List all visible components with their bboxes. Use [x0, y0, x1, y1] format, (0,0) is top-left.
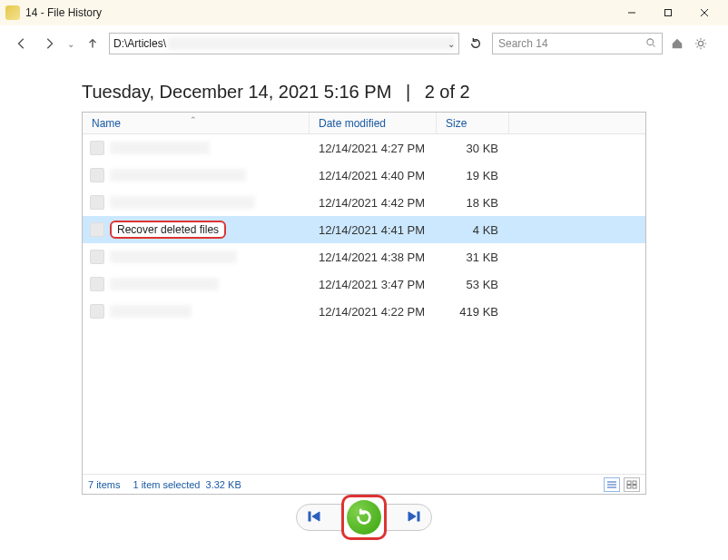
table-row[interactable]: 12/14/2021 4:42 PM18 KB: [83, 189, 645, 216]
sort-indicator-icon: ⌃: [190, 115, 197, 124]
column-date-label: Date modified: [319, 117, 386, 130]
file-size: 31 KB: [437, 251, 509, 264]
next-version-button[interactable]: [406, 509, 420, 526]
navigation-pill: [296, 504, 432, 531]
column-name[interactable]: Name ⌃: [83, 113, 310, 133]
status-selection: 1 item selected 3.32 KB: [133, 479, 241, 490]
file-size: 30 KB: [437, 142, 509, 155]
search-placeholder: Search 14: [498, 37, 548, 50]
column-name-label: Name: [92, 117, 121, 130]
file-name-blurred: [110, 169, 246, 182]
file-name: Recover deleted files: [110, 221, 226, 239]
view-icons-button[interactable]: [624, 477, 640, 492]
svg-rect-1: [665, 10, 672, 16]
file-name-blurred: [110, 305, 192, 318]
svg-rect-12: [627, 485, 631, 488]
chevron-down-icon[interactable]: ⌄: [448, 39, 455, 49]
table-row[interactable]: Recover deleted files12/14/2021 4:41 PM4…: [83, 216, 645, 243]
separator: |: [406, 82, 410, 102]
file-name-blurred: [110, 278, 219, 290]
status-count: 7 items: [88, 479, 120, 490]
file-icon: [90, 304, 104, 319]
close-button[interactable]: [686, 0, 723, 25]
back-button[interactable]: [11, 33, 33, 54]
file-size: 18 KB: [437, 196, 509, 210]
svg-rect-14: [309, 512, 310, 521]
file-date: 12/14/2021 4:38 PM: [310, 251, 437, 264]
version-heading: Tuesday, December 14, 2021 5:16 PM | 2 o…: [0, 62, 728, 112]
up-button[interactable]: [82, 33, 103, 54]
address-text: D:\Articles\: [113, 37, 166, 50]
table-row[interactable]: 12/14/2021 3:47 PM53 KB: [83, 270, 645, 298]
previous-version-button[interactable]: [308, 509, 322, 526]
refresh-button[interactable]: [465, 33, 487, 54]
bottom-controls: [0, 495, 728, 549]
file-icon: [90, 141, 104, 155]
table-row[interactable]: 12/14/2021 4:40 PM19 KB: [83, 162, 645, 189]
file-icon: [90, 168, 104, 182]
address-bar[interactable]: D:\Articles\ ⌄: [109, 33, 459, 54]
file-name-blurred: [110, 251, 237, 263]
svg-rect-13: [633, 485, 636, 488]
table-row[interactable]: 12/14/2021 4:38 PM31 KB: [83, 243, 645, 270]
restore-icon: [354, 507, 374, 527]
view-details-button[interactable]: [604, 477, 620, 492]
column-spacer: [509, 113, 645, 133]
column-size[interactable]: Size: [437, 113, 509, 133]
title-bar: 14 - File History: [0, 0, 728, 25]
file-date: 12/14/2021 4:22 PM: [310, 305, 437, 319]
app-icon: [5, 5, 20, 20]
file-date: 12/14/2021 3:47 PM: [310, 278, 437, 291]
toolbar: ⌄ D:\Articles\ ⌄ Search 14: [0, 25, 728, 62]
file-icon: [90, 277, 104, 291]
svg-rect-15: [418, 512, 419, 521]
address-blurred-segment: [168, 37, 455, 50]
file-date: 12/14/2021 4:42 PM: [310, 196, 437, 210]
restore-highlight: [341, 495, 387, 540]
file-size: 19 KB: [437, 169, 509, 182]
table-row[interactable]: 12/14/2021 4:22 PM419 KB: [83, 298, 645, 325]
svg-point-4: [647, 38, 654, 44]
file-date: 12/14/2021 4:40 PM: [310, 169, 437, 182]
file-size: 419 KB: [437, 305, 509, 319]
file-rows: 12/14/2021 4:27 PM30 KB12/14/2021 4:40 P…: [83, 134, 645, 474]
file-list-panel: Name ⌃ Date modified Size 12/14/2021 4:2…: [82, 112, 646, 495]
svg-point-6: [698, 41, 703, 45]
window-title: 14 - File History: [25, 6, 614, 19]
minimize-button[interactable]: [614, 0, 650, 25]
file-icon: [90, 195, 104, 210]
column-headers: Name ⌃ Date modified Size: [83, 113, 645, 134]
table-row[interactable]: 12/14/2021 4:27 PM30 KB: [83, 134, 645, 162]
search-input[interactable]: Search 14: [492, 33, 663, 54]
home-icon[interactable]: [668, 34, 686, 53]
status-bar: 7 items 1 item selected 3.32 KB: [83, 474, 645, 494]
gear-icon[interactable]: [692, 34, 710, 53]
svg-line-5: [653, 44, 654, 46]
search-icon: [645, 37, 656, 51]
chevron-down-icon[interactable]: ⌄: [67, 39, 74, 49]
file-date: 12/14/2021 4:27 PM: [310, 142, 437, 155]
column-date[interactable]: Date modified: [310, 113, 437, 133]
file-icon: [90, 250, 104, 264]
page-indicator: 2 of 2: [425, 82, 470, 102]
maximize-button[interactable]: [650, 0, 686, 25]
column-size-label: Size: [446, 117, 467, 130]
file-name-blurred: [110, 142, 210, 154]
restore-button[interactable]: [347, 500, 381, 535]
file-icon: [90, 222, 104, 237]
svg-rect-11: [633, 481, 636, 485]
forward-button[interactable]: [38, 33, 60, 54]
svg-rect-10: [627, 481, 631, 485]
file-size: 4 KB: [437, 223, 509, 237]
file-date: 12/14/2021 4:41 PM: [310, 223, 437, 237]
file-size: 53 KB: [437, 278, 509, 291]
version-timestamp: Tuesday, December 14, 2021 5:16 PM: [82, 82, 391, 102]
file-name-blurred: [110, 196, 255, 209]
